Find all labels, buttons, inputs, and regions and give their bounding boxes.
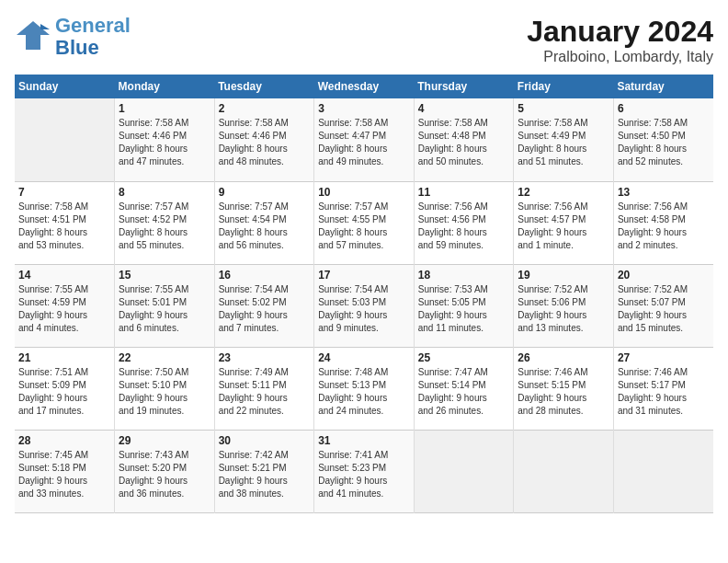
day-number: 5 [518, 102, 609, 115]
day-number: 14 [18, 269, 110, 282]
calendar-cell: 26Sunrise: 7:46 AM Sunset: 5:15 PM Dayli… [514, 347, 614, 430]
day-info: Sunrise: 7:58 AM Sunset: 4:46 PM Dayligh… [119, 117, 210, 168]
day-number: 28 [18, 434, 110, 447]
day-info: Sunrise: 7:58 AM Sunset: 4:50 PM Dayligh… [618, 117, 710, 168]
day-number: 1 [119, 102, 210, 115]
day-number: 27 [618, 351, 710, 364]
page-header: General Blue January 2024 Pralboino, Lom… [15, 15, 713, 65]
day-info: Sunrise: 7:50 AM Sunset: 5:10 PM Dayligh… [119, 366, 210, 418]
calendar-week-row: 7Sunrise: 7:58 AM Sunset: 4:51 PM Daylig… [15, 181, 713, 264]
day-info: Sunrise: 7:57 AM Sunset: 4:54 PM Dayligh… [219, 201, 311, 252]
day-number: 9 [219, 186, 311, 199]
day-info: Sunrise: 7:55 AM Sunset: 5:01 PM Dayligh… [119, 283, 210, 335]
day-info: Sunrise: 7:48 AM Sunset: 5:13 PM Dayligh… [318, 366, 410, 418]
day-number: 21 [18, 351, 110, 364]
calendar-week-row: 1Sunrise: 7:58 AM Sunset: 4:46 PM Daylig… [15, 98, 713, 181]
calendar-cell: 7Sunrise: 7:58 AM Sunset: 4:51 PM Daylig… [15, 181, 115, 264]
day-number: 7 [18, 186, 110, 199]
weekday-header: Thursday [414, 75, 514, 98]
calendar-cell: 15Sunrise: 7:55 AM Sunset: 5:01 PM Dayli… [115, 264, 215, 347]
calendar-cell: 9Sunrise: 7:57 AM Sunset: 4:54 PM Daylig… [214, 181, 314, 264]
title-block: January 2024 Pralboino, Lombardy, Italy [527, 15, 713, 65]
day-info: Sunrise: 7:45 AM Sunset: 5:18 PM Dayligh… [18, 449, 110, 500]
calendar-week-row: 28Sunrise: 7:45 AM Sunset: 5:18 PM Dayli… [15, 430, 713, 512]
day-info: Sunrise: 7:43 AM Sunset: 5:20 PM Dayligh… [119, 449, 210, 500]
location: Pralboino, Lombardy, Italy [527, 49, 713, 65]
day-number: 24 [318, 351, 410, 364]
calendar-cell: 10Sunrise: 7:57 AM Sunset: 4:55 PM Dayli… [314, 181, 415, 264]
calendar-cell [414, 430, 514, 512]
calendar-cell [613, 430, 713, 512]
calendar-cell: 11Sunrise: 7:56 AM Sunset: 4:56 PM Dayli… [414, 181, 514, 264]
day-number: 26 [518, 351, 609, 364]
day-info: Sunrise: 7:54 AM Sunset: 5:02 PM Dayligh… [219, 283, 311, 335]
day-info: Sunrise: 7:56 AM Sunset: 4:58 PM Dayligh… [618, 201, 710, 252]
calendar-body: 1Sunrise: 7:58 AM Sunset: 4:46 PM Daylig… [15, 98, 713, 512]
calendar-header: SundayMondayTuesdayWednesdayThursdayFrid… [15, 75, 713, 98]
svg-marker-1 [40, 24, 50, 29]
calendar-cell: 27Sunrise: 7:46 AM Sunset: 5:17 PM Dayli… [613, 347, 713, 430]
day-info: Sunrise: 7:52 AM Sunset: 5:07 PM Dayligh… [618, 283, 710, 335]
day-number: 13 [618, 186, 710, 199]
day-number: 22 [119, 351, 210, 364]
day-info: Sunrise: 7:47 AM Sunset: 5:14 PM Dayligh… [418, 366, 510, 418]
calendar-cell: 5Sunrise: 7:58 AM Sunset: 4:49 PM Daylig… [514, 98, 614, 181]
day-number: 4 [418, 102, 510, 115]
calendar-cell: 25Sunrise: 7:47 AM Sunset: 5:14 PM Dayli… [414, 347, 514, 430]
calendar-cell [514, 430, 614, 512]
calendar-cell: 22Sunrise: 7:50 AM Sunset: 5:10 PM Dayli… [115, 347, 215, 430]
calendar-cell: 6Sunrise: 7:58 AM Sunset: 4:50 PM Daylig… [613, 98, 713, 181]
calendar-cell: 3Sunrise: 7:58 AM Sunset: 4:47 PM Daylig… [314, 98, 415, 181]
calendar-cell: 24Sunrise: 7:48 AM Sunset: 5:13 PM Dayli… [314, 347, 415, 430]
day-number: 17 [318, 269, 410, 282]
logo-text: General Blue [55, 15, 131, 59]
svg-marker-0 [17, 21, 50, 50]
day-info: Sunrise: 7:41 AM Sunset: 5:23 PM Dayligh… [318, 449, 410, 500]
day-number: 2 [219, 102, 311, 115]
day-info: Sunrise: 7:54 AM Sunset: 5:03 PM Dayligh… [318, 283, 410, 335]
day-info: Sunrise: 7:46 AM Sunset: 5:17 PM Dayligh… [618, 366, 710, 418]
day-number: 3 [318, 102, 410, 115]
calendar-cell: 31Sunrise: 7:41 AM Sunset: 5:23 PM Dayli… [314, 430, 415, 512]
logo: General Blue [15, 15, 131, 59]
day-info: Sunrise: 7:52 AM Sunset: 5:06 PM Dayligh… [518, 283, 609, 335]
calendar-week-row: 14Sunrise: 7:55 AM Sunset: 4:59 PM Dayli… [15, 264, 713, 347]
day-number: 6 [618, 102, 710, 115]
day-number: 18 [418, 269, 510, 282]
calendar-cell: 20Sunrise: 7:52 AM Sunset: 5:07 PM Dayli… [613, 264, 713, 347]
calendar-cell: 30Sunrise: 7:42 AM Sunset: 5:21 PM Dayli… [214, 430, 314, 512]
calendar-cell: 17Sunrise: 7:54 AM Sunset: 5:03 PM Dayli… [314, 264, 415, 347]
calendar-cell: 19Sunrise: 7:52 AM Sunset: 5:06 PM Dayli… [514, 264, 614, 347]
day-info: Sunrise: 7:56 AM Sunset: 4:56 PM Dayligh… [418, 201, 510, 252]
calendar-cell: 14Sunrise: 7:55 AM Sunset: 4:59 PM Dayli… [15, 264, 115, 347]
weekday-header: Friday [514, 75, 614, 98]
day-number: 12 [518, 186, 609, 199]
day-info: Sunrise: 7:57 AM Sunset: 4:52 PM Dayligh… [119, 201, 210, 252]
weekday-header: Sunday [15, 75, 115, 98]
calendar-cell: 16Sunrise: 7:54 AM Sunset: 5:02 PM Dayli… [214, 264, 314, 347]
calendar-cell: 12Sunrise: 7:56 AM Sunset: 4:57 PM Dayli… [514, 181, 614, 264]
day-info: Sunrise: 7:46 AM Sunset: 5:15 PM Dayligh… [518, 366, 609, 418]
day-info: Sunrise: 7:55 AM Sunset: 4:59 PM Dayligh… [18, 283, 110, 335]
calendar-cell: 23Sunrise: 7:49 AM Sunset: 5:11 PM Dayli… [214, 347, 314, 430]
calendar-table: SundayMondayTuesdayWednesdayThursdayFrid… [15, 75, 713, 513]
day-number: 31 [318, 434, 410, 447]
calendar-cell: 18Sunrise: 7:53 AM Sunset: 5:05 PM Dayli… [414, 264, 514, 347]
calendar-cell: 2Sunrise: 7:58 AM Sunset: 4:46 PM Daylig… [214, 98, 314, 181]
calendar-cell [15, 98, 115, 181]
calendar-cell: 28Sunrise: 7:45 AM Sunset: 5:18 PM Dayli… [15, 430, 115, 512]
day-info: Sunrise: 7:57 AM Sunset: 4:55 PM Dayligh… [318, 201, 410, 252]
calendar-cell: 13Sunrise: 7:56 AM Sunset: 4:58 PM Dayli… [613, 181, 713, 264]
calendar-cell: 29Sunrise: 7:43 AM Sunset: 5:20 PM Dayli… [115, 430, 215, 512]
weekday-header: Saturday [613, 75, 713, 98]
day-number: 11 [418, 186, 510, 199]
day-number: 10 [318, 186, 410, 199]
calendar-cell: 1Sunrise: 7:58 AM Sunset: 4:46 PM Daylig… [115, 98, 215, 181]
day-info: Sunrise: 7:51 AM Sunset: 5:09 PM Dayligh… [18, 366, 110, 418]
weekday-header: Monday [115, 75, 215, 98]
weekday-header: Wednesday [314, 75, 415, 98]
day-info: Sunrise: 7:58 AM Sunset: 4:48 PM Dayligh… [418, 117, 510, 168]
day-number: 29 [119, 434, 210, 447]
logo-icon [15, 17, 51, 53]
day-info: Sunrise: 7:58 AM Sunset: 4:47 PM Dayligh… [318, 117, 410, 168]
